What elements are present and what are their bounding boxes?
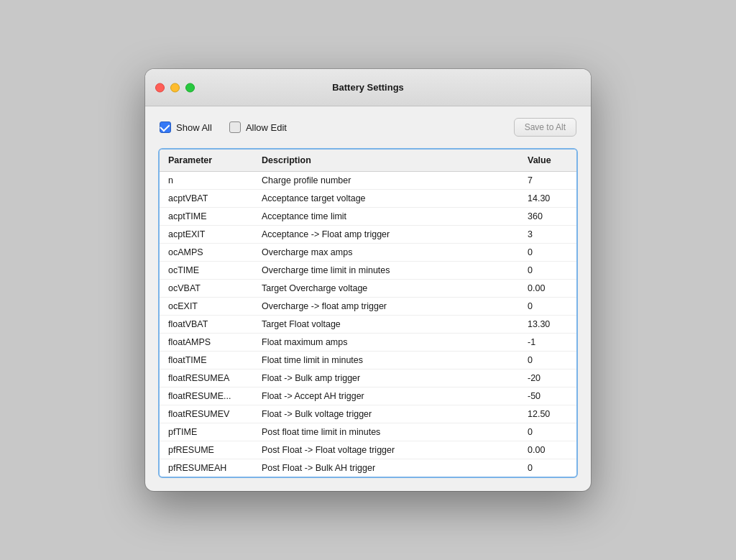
cell-description: Float -> Bulk amp trigger bbox=[253, 369, 519, 387]
table-row: floatAMPSFloat maximum amps-1 bbox=[160, 334, 576, 352]
cell-description: Overcharge time limit in minutes bbox=[253, 262, 519, 280]
cell-param: floatRESUMEV bbox=[160, 405, 253, 423]
cell-description: Target Float voltage bbox=[253, 316, 519, 334]
table-row: acptTIMEAcceptance time limit360 bbox=[160, 208, 576, 226]
table-row: ocVBATTarget Overcharge voltage0.00 bbox=[160, 280, 576, 298]
table-row: floatRESUMEAFloat -> Bulk amp trigger-20 bbox=[160, 369, 576, 387]
cell-value: 14.30 bbox=[519, 190, 576, 208]
table-row: ocTIMEOvercharge time limit in minutes0 bbox=[160, 262, 576, 280]
cell-value: 12.50 bbox=[519, 405, 576, 423]
table-row: floatTIMEFloat time limit in minutes0 bbox=[160, 352, 576, 369]
cell-param: ocVBAT bbox=[160, 280, 253, 298]
cell-value: -20 bbox=[519, 369, 576, 387]
table-row: nCharge profile number7 bbox=[160, 172, 576, 190]
table-row: acptVBATAcceptance target voltage14.30 bbox=[160, 190, 576, 208]
table-row: pfTIMEPost float time limit in minutes0 bbox=[160, 423, 576, 441]
table-row: ocEXITOvercharge -> float amp trigger0 bbox=[160, 298, 576, 316]
table-header-row: Parameter Description Value bbox=[160, 150, 576, 172]
cell-param: pfRESUME bbox=[160, 441, 253, 459]
cell-description: Overcharge max amps bbox=[253, 244, 519, 262]
allow-edit-group[interactable]: Allow Edit bbox=[229, 121, 287, 133]
cell-value: 0 bbox=[519, 298, 576, 316]
cell-param: floatTIME bbox=[160, 352, 253, 369]
table-scroll-area[interactable]: Parameter Description Value nCharge prof… bbox=[160, 150, 576, 477]
titlebar: Battery Settings bbox=[145, 69, 591, 106]
cell-param: acptEXIT bbox=[160, 226, 253, 244]
cell-value: 0.00 bbox=[519, 280, 576, 298]
cell-description: Overcharge -> float amp trigger bbox=[253, 298, 519, 316]
allow-edit-label: Allow Edit bbox=[246, 122, 287, 133]
close-button[interactable] bbox=[155, 83, 165, 92]
table-row: floatRESUMEVFloat -> Bulk voltage trigge… bbox=[160, 405, 576, 423]
table-row: acptEXITAcceptance -> Float amp trigger3 bbox=[160, 226, 576, 244]
cell-value: 0 bbox=[519, 459, 576, 477]
cell-param: acptVBAT bbox=[160, 190, 253, 208]
cell-param: acptTIME bbox=[160, 208, 253, 226]
cell-value: -50 bbox=[519, 387, 576, 405]
cell-description: Post float time limit in minutes bbox=[253, 423, 519, 441]
cell-value: 13.30 bbox=[519, 316, 576, 334]
table-row: floatRESUME...Float -> Accept AH trigger… bbox=[160, 387, 576, 405]
maximize-button[interactable] bbox=[185, 83, 195, 92]
cell-description: Charge profile number bbox=[253, 172, 519, 190]
cell-value: 0.00 bbox=[519, 441, 576, 459]
cell-description: Float -> Bulk voltage trigger bbox=[253, 405, 519, 423]
allow-edit-checkbox[interactable] bbox=[229, 121, 241, 133]
save-to-alt-button[interactable]: Save to Alt bbox=[514, 118, 576, 137]
traffic-lights bbox=[155, 83, 195, 92]
cell-value: -1 bbox=[519, 334, 576, 352]
cell-param: ocAMPS bbox=[160, 244, 253, 262]
cell-param: floatRESUMEA bbox=[160, 369, 253, 387]
cell-param: floatAMPS bbox=[160, 334, 253, 352]
cell-description: Float maximum amps bbox=[253, 334, 519, 352]
cell-param: n bbox=[160, 172, 253, 190]
cell-description: Post Float -> Float voltage trigger bbox=[253, 441, 519, 459]
cell-param: floatRESUME... bbox=[160, 387, 253, 405]
table-row: ocAMPSOvercharge max amps0 bbox=[160, 244, 576, 262]
toolbar: Show All Allow Edit Save to Alt bbox=[145, 106, 591, 148]
column-header-value: Value bbox=[519, 150, 576, 172]
table-body: nCharge profile number7acptVBATAcceptanc… bbox=[160, 172, 576, 477]
cell-description: Float -> Accept AH trigger bbox=[253, 387, 519, 405]
table-row: pfRESUMEAHPost Float -> Bulk AH trigger0 bbox=[160, 459, 576, 477]
window-title: Battery Settings bbox=[332, 82, 404, 93]
cell-value: 360 bbox=[519, 208, 576, 226]
show-all-group[interactable]: Show All bbox=[160, 121, 212, 133]
column-header-description: Description bbox=[253, 150, 519, 172]
cell-value: 0 bbox=[519, 423, 576, 441]
cell-value: 0 bbox=[519, 244, 576, 262]
column-header-parameter: Parameter bbox=[160, 150, 253, 172]
app-window: Battery Settings Show All Allow Edit Sav… bbox=[145, 69, 591, 491]
cell-description: Acceptance -> Float amp trigger bbox=[253, 226, 519, 244]
cell-description: Float time limit in minutes bbox=[253, 352, 519, 369]
parameters-table-container: Parameter Description Value nCharge prof… bbox=[158, 148, 578, 478]
cell-description: Acceptance time limit bbox=[253, 208, 519, 226]
cell-value: 0 bbox=[519, 352, 576, 369]
cell-description: Target Overcharge voltage bbox=[253, 280, 519, 298]
cell-value: 0 bbox=[519, 262, 576, 280]
cell-value: 7 bbox=[519, 172, 576, 190]
table-row: floatVBATTarget Float voltage13.30 bbox=[160, 316, 576, 334]
cell-value: 3 bbox=[519, 226, 576, 244]
cell-param: ocEXIT bbox=[160, 298, 253, 316]
cell-description: Acceptance target voltage bbox=[253, 190, 519, 208]
show-all-label: Show All bbox=[176, 122, 212, 133]
cell-param: floatVBAT bbox=[160, 316, 253, 334]
cell-param: ocTIME bbox=[160, 262, 253, 280]
minimize-button[interactable] bbox=[170, 83, 180, 92]
parameters-table: Parameter Description Value nCharge prof… bbox=[160, 150, 576, 477]
cell-param: pfRESUMEAH bbox=[160, 459, 253, 477]
table-row: pfRESUMEPost Float -> Float voltage trig… bbox=[160, 441, 576, 459]
cell-param: pfTIME bbox=[160, 423, 253, 441]
cell-description: Post Float -> Bulk AH trigger bbox=[253, 459, 519, 477]
show-all-checkbox[interactable] bbox=[160, 121, 171, 133]
